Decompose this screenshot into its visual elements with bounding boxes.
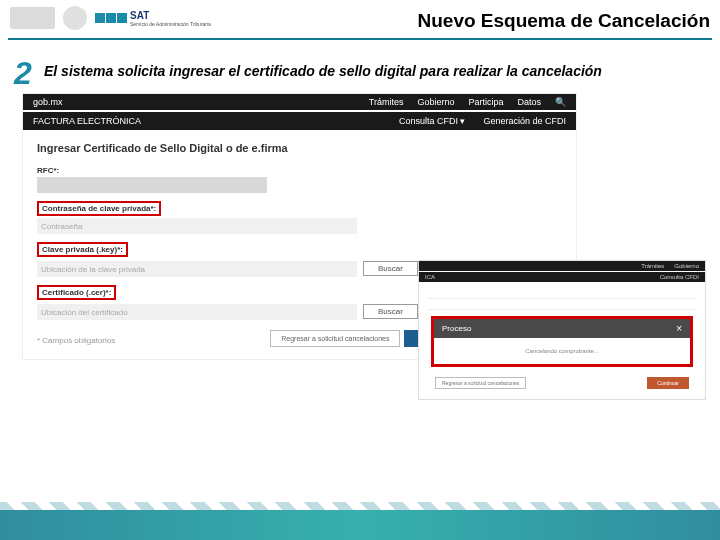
nav-tramites[interactable]: Trámites <box>369 97 404 107</box>
factura-title: FACTURA ELECTRÓNICA <box>33 116 141 126</box>
modal-highlight: Proceso × Cancelando comprobante... <box>431 316 693 367</box>
ss2-bg-row <box>427 299 697 310</box>
nav-consulta-cfdi[interactable]: Consulta CFDI ▾ <box>399 116 466 126</box>
cert-input[interactable]: Ubicación del certificado <box>37 304 357 320</box>
slide-title: Nuevo Esquema de Cancelación <box>418 10 711 32</box>
step-number: 2 <box>14 55 32 92</box>
process-modal-screenshot: Trámites Gobierno ICA Consulta CFDI Proc… <box>418 260 706 400</box>
sat-sublabel: Servicio de Administración Tributaria <box>130 21 211 27</box>
nav-gobierno[interactable]: Gobierno <box>417 97 454 107</box>
modal-body: Cancelando comprobante... <box>434 338 690 364</box>
rfc-input[interactable] <box>37 177 267 193</box>
cert-browse-button[interactable]: Buscar <box>363 304 418 319</box>
required-fields-note: * Campos obligatorios <box>37 336 115 345</box>
ss2-bar-right[interactable]: Consulta CFDI <box>660 274 699 280</box>
nav-participa[interactable]: Participa <box>468 97 503 107</box>
key-highlight: Clave privada (.key)*: <box>37 242 128 257</box>
form-heading: Ingresar Certificado de Sello Digital o … <box>37 142 562 154</box>
title-underline <box>8 38 712 40</box>
password-highlight: Contraseña de clave privada*: <box>37 201 161 216</box>
key-browse-button[interactable]: Buscar <box>363 261 418 276</box>
nav-datos[interactable]: Datos <box>517 97 541 107</box>
header-logos: SAT Servicio de Administración Tributari… <box>10 6 211 30</box>
modal-title: Proceso <box>442 324 471 333</box>
ss2-sub-bar: ICA Consulta CFDI <box>419 272 705 282</box>
ss2-bar-left: ICA <box>425 274 435 280</box>
close-icon[interactable]: × <box>676 323 682 334</box>
ss2-back-button[interactable]: Regresar a solicitud cancelaciones <box>435 377 526 389</box>
rfc-label: RFC*: <box>37 166 562 175</box>
search-icon[interactable]: 🔍 <box>555 97 566 107</box>
step-description: El sistema solicita ingresar el certific… <box>44 63 602 79</box>
key-label: Clave privada (.key)*: <box>42 245 123 254</box>
footer-decoration <box>0 510 720 540</box>
cert-label: Certificado (.cer)*: <box>42 288 111 297</box>
gob-nav-bar: gob.mx Trámites Gobierno Participa Datos… <box>23 94 576 110</box>
back-button[interactable]: Regresar a solicitud cancelaciones <box>270 330 400 347</box>
password-label: Contraseña de clave privada*: <box>42 204 156 213</box>
ss2-nav-tramites[interactable]: Trámites <box>641 263 664 269</box>
ss2-nav-gobierno[interactable]: Gobierno <box>674 263 699 269</box>
cert-highlight: Certificado (.cer)*: <box>37 285 116 300</box>
ss2-continue-button[interactable]: Continuar <box>647 377 689 389</box>
modal-header: Proceso × <box>434 319 690 338</box>
ss2-bg-row <box>427 288 697 299</box>
gob-logo-text: gob.mx <box>33 97 63 107</box>
factura-bar: FACTURA ELECTRÓNICA Consulta CFDI ▾ Gene… <box>23 112 576 130</box>
shcp-logo <box>10 7 55 29</box>
eagle-logo <box>63 6 87 30</box>
nav-generacion-cfdi[interactable]: Generación de CFDI <box>483 116 566 126</box>
ss2-top-nav: Trámites Gobierno <box>419 261 705 271</box>
sat-logo: SAT Servicio de Administración Tributari… <box>95 10 211 27</box>
password-input[interactable]: Contraseña <box>37 218 357 234</box>
sat-label: SAT <box>130 10 211 21</box>
key-input[interactable]: Ubicación de la clave privada <box>37 261 357 277</box>
